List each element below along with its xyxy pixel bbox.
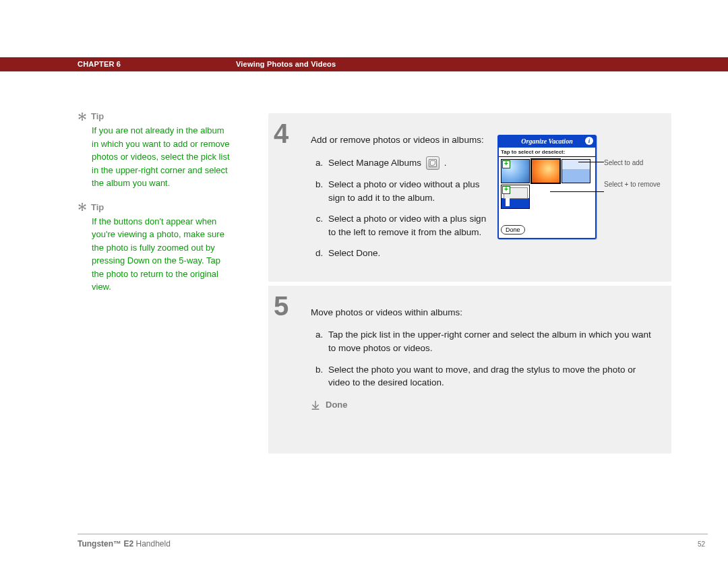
figure-callouts: Select to add Select + to remove xyxy=(604,159,665,189)
page-number: 52 xyxy=(698,540,705,548)
footer-product-rest: Handheld xyxy=(133,539,171,549)
step-5: 5 Move photos or videos within albums: T… xyxy=(268,282,671,425)
tip-label: Tip xyxy=(91,202,104,212)
instruction-panel: 4 Add or remove photos or videos in albu… xyxy=(268,113,671,454)
chapter-label: CHAPTER 6 xyxy=(78,60,121,68)
callout-select-to-remove: Select + to remove xyxy=(604,181,665,189)
step-lead: Add or remove photos or videos in albums… xyxy=(311,133,488,147)
footer-product: Tungsten™ E2 Handheld xyxy=(78,539,171,549)
photo-thumbnail[interactable] xyxy=(562,159,590,183)
step-number: 4 xyxy=(274,113,311,282)
tip-block: Tip If you are not already in the album … xyxy=(78,111,243,190)
substep-b: Select the photo you want to move, and d… xyxy=(326,363,659,389)
palm-title-text: Organize Vacation xyxy=(521,137,572,145)
substep-a-prefix: Select Manage Albums xyxy=(328,158,421,168)
callout-line xyxy=(578,162,604,162)
step-number: 5 xyxy=(274,286,311,425)
palm-screenshot-figure: Organize Vacation i Tap to select or des… xyxy=(497,133,666,268)
substep-a: Select Manage Albums . xyxy=(326,156,488,170)
done-label: Done xyxy=(326,399,348,412)
tip-body: If you are not already in the album in w… xyxy=(78,124,233,190)
manage-albums-icon xyxy=(426,156,439,170)
plus-badge-icon: + xyxy=(502,186,510,194)
down-arrow-icon xyxy=(311,400,320,410)
palm-thumbnail-grid: + + xyxy=(499,157,595,220)
palm-done-button[interactable]: Done xyxy=(501,225,525,235)
photo-thumbnail[interactable]: + xyxy=(501,159,530,183)
tip-heading: Tip xyxy=(78,202,243,212)
tip-block: Tip If the buttons don't appear when you… xyxy=(78,202,243,294)
step-body: Move photos or videos within albums: Tap… xyxy=(311,286,659,425)
done-marker: Done xyxy=(311,399,659,412)
callout-line xyxy=(550,191,604,192)
palm-hint: Tap to select or deselect: xyxy=(499,148,595,158)
chapter-header-bar: CHAPTER 6 Viewing Photos and Videos xyxy=(0,57,728,71)
tip-heading: Tip xyxy=(78,111,243,121)
step-body: Add or remove photos or videos in albums… xyxy=(311,113,666,282)
substep-d: Select Done. xyxy=(326,247,488,260)
photo-thumbnail[interactable]: + xyxy=(501,185,530,209)
step-lead: Move photos or videos within albums: xyxy=(311,306,659,319)
asterisk-icon xyxy=(78,112,87,121)
substep-c: Select a photo or video with a plus sign… xyxy=(326,212,488,239)
callout-select-to-add: Select to add xyxy=(604,159,665,167)
tips-sidebar: Tip If you are not already in the album … xyxy=(78,111,243,306)
step-4: 4 Add or remove photos or videos in albu… xyxy=(268,113,671,282)
plus-badge-icon: + xyxy=(502,160,510,168)
footer-rule xyxy=(78,534,708,534)
asterisk-icon xyxy=(78,202,87,212)
substep-b: Select a photo or video without a plus s… xyxy=(326,178,488,204)
palm-titlebar: Organize Vacation i xyxy=(499,136,595,148)
substep-a: Tap the pick list in the upper-right cor… xyxy=(326,328,659,354)
tip-label: Tip xyxy=(91,111,104,121)
photo-thumbnail[interactable] xyxy=(531,159,560,183)
palm-organize-window: Organize Vacation i Tap to select or des… xyxy=(497,135,597,239)
info-icon: i xyxy=(585,137,593,145)
footer-product-name: Tungsten™ E2 xyxy=(78,539,133,549)
substep-a-suffix: . xyxy=(444,158,447,168)
tip-body: If the buttons don't appear when you're … xyxy=(78,215,233,294)
chapter-title: Viewing Photos and Videos xyxy=(236,60,336,68)
